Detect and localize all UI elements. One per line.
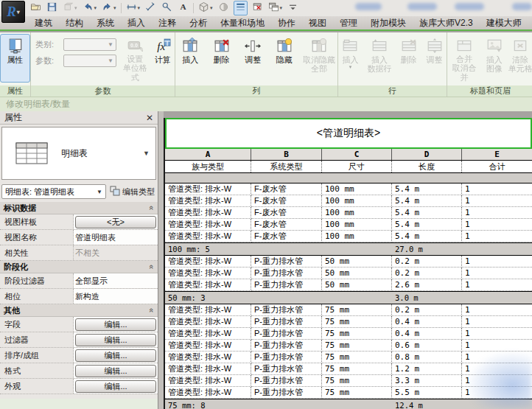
ribbon-tab[interactable]: 分析 (183, 16, 214, 29)
ribbon-tab[interactable]: 族库大师V2.3 (413, 16, 480, 29)
schedule-cell[interactable]: F-废水管 (251, 195, 322, 207)
property-value[interactable]: 全部显示 (74, 273, 158, 288)
ribbon-tab[interactable]: 插入 (121, 16, 152, 29)
chevron-down-icon[interactable]: ▼ (97, 189, 102, 195)
schedule-cell[interactable]: 100 mm (322, 183, 392, 195)
schedule-cell[interactable]: 5.4 m (392, 207, 462, 219)
schedule-cell[interactable]: F-废水管 (251, 207, 322, 219)
redo-button[interactable]: ▾ (101, 1, 117, 15)
properties-section-header[interactable]: 阶段化« (0, 261, 158, 273)
property-value[interactable]: 编辑... (74, 332, 158, 347)
close-hidden-windows-button[interactable] (251, 1, 264, 15)
schedule-cell[interactable]: 管道类型: 排水-W (165, 183, 251, 195)
property-button[interactable]: <无> (75, 216, 156, 228)
ribbon-button-col-delete[interactable]: 删除 (206, 34, 236, 83)
schedule-cell[interactable]: 管道类型: 排水-W (165, 231, 251, 242)
schedule-cell[interactable]: F-废水管 (251, 183, 322, 195)
text-button[interactable]: A (177, 1, 189, 15)
property-value[interactable]: 编辑... (74, 317, 158, 332)
chevron-down-icon[interactable]: ▾ (94, 5, 97, 11)
save-button[interactable] (46, 1, 58, 15)
schedule-cell[interactable]: 5.4 m (392, 183, 462, 195)
chevron-down-icon[interactable]: ▾ (74, 5, 77, 11)
thin-lines-button[interactable] (234, 1, 248, 15)
property-value[interactable]: 新构造 (74, 289, 158, 304)
ribbon-button-fx[interactable]: fx计算 (151, 34, 175, 83)
property-value[interactable]: 管道明细表 (74, 230, 158, 245)
schedule-cell[interactable]: 1 (462, 279, 532, 291)
ribbon-tab[interactable]: 结构 (59, 16, 90, 29)
schedule-cell[interactable]: 0.6 m (392, 340, 462, 352)
schedule-cell[interactable]: P-重力排水管 (251, 340, 322, 352)
collapse-chevron-icon[interactable]: « (147, 265, 156, 269)
schedule-cell[interactable]: 管道类型: 排水-W (165, 268, 251, 279)
schedule-cell[interactable]: 100 mm (322, 219, 392, 231)
type-selector[interactable]: 明细表 ▼ (1, 127, 156, 180)
schedule-cell[interactable]: 管道类型: 排水-W (165, 316, 251, 328)
measure-button[interactable]: ▾ (125, 1, 141, 15)
property-value[interactable]: 编辑... (74, 363, 158, 378)
schedule-cell[interactable]: 75 mm (322, 375, 392, 387)
schedule-cell[interactable]: 0.8 m (392, 352, 462, 363)
schedule-cell[interactable]: 1 (462, 316, 532, 328)
schedule-cell[interactable]: 1 (462, 256, 532, 268)
schedule-cell[interactable]: 管道类型: 排水-W (165, 195, 251, 207)
schedule-cell[interactable]: 50 mm (322, 279, 392, 291)
schedule-cell[interactable]: 管道类型: 排水-W (165, 352, 251, 363)
schedule-cell[interactable]: P-重力排水管 (251, 279, 322, 291)
schedule-cell[interactable]: 5.4 m (392, 231, 462, 242)
schedule-cell[interactable]: 管道类型: 排水-W (165, 328, 251, 340)
ribbon-tab[interactable]: 体量和场地 (214, 16, 271, 29)
schedule-cell[interactable]: F-废水管 (251, 219, 322, 231)
schedule-cell[interactable]: P-重力排水管 (251, 352, 322, 363)
column-letter[interactable]: B (251, 149, 322, 160)
schedule-cell[interactable]: 1 (462, 183, 532, 195)
ribbon-tab[interactable]: 协作 (271, 16, 302, 29)
schedule-cell[interactable]: 1 (462, 231, 532, 242)
properties-section-header[interactable]: 标识数据« (0, 202, 158, 214)
schedule-cell[interactable]: 0.4 m (392, 328, 462, 340)
column-letter[interactable]: C (322, 149, 392, 160)
column-header[interactable]: 系统类型 (251, 161, 322, 172)
schedule-cell[interactable]: 3.3 m (392, 375, 462, 387)
column-header[interactable]: 尺寸 (322, 161, 392, 172)
default-3d-view-button[interactable]: ▾ (197, 1, 214, 15)
schedule-cell[interactable]: 75 mm (322, 316, 392, 328)
schedule-cell[interactable]: P-重力排水管 (251, 316, 322, 328)
schedule-cell[interactable]: 0.2 m (392, 304, 462, 316)
property-value[interactable]: 编辑... (74, 379, 158, 394)
property-button[interactable]: 编辑... (75, 349, 156, 362)
property-button[interactable]: 编辑... (75, 380, 156, 393)
collapse-chevron-icon[interactable]: « (147, 206, 156, 210)
schedule-cell[interactable]: 1 (462, 268, 532, 279)
schedule-cell[interactable]: 管道类型: 排水-W (165, 219, 251, 231)
chevron-down-icon[interactable]: ▾ (138, 5, 141, 11)
schedule-cell[interactable]: 管道类型: 排水-W (165, 279, 251, 291)
properties-palette-header[interactable]: 属性 ✕ (0, 111, 158, 125)
schedule-cell[interactable]: P-重力排水管 (251, 304, 322, 316)
column-letter[interactable]: D (392, 149, 462, 160)
schedule-cell[interactable]: 0.2 m (392, 268, 462, 279)
chevron-down-icon[interactable]: ▾ (113, 5, 116, 11)
aligned-dimension-button[interactable] (144, 1, 157, 15)
schedule-cell[interactable]: 5.5 m (392, 387, 462, 399)
chevron-down-icon[interactable]: ▾ (210, 5, 213, 11)
schedule-cell[interactable]: 1 (462, 328, 532, 340)
chevron-down-icon[interactable]: ▾ (280, 5, 283, 11)
schedule-cell[interactable]: 2.6 m (392, 279, 462, 291)
schedule-cell[interactable]: 管道类型: 排水-W (165, 256, 251, 268)
schedule-title-cell[interactable]: <管道明细表> (165, 118, 532, 149)
schedule-cell[interactable]: 1 (462, 219, 532, 231)
property-button[interactable]: 编辑... (75, 365, 156, 377)
ribbon-tab[interactable]: 附加模块 (364, 16, 413, 29)
schedule-cell[interactable]: 75 mm (322, 352, 392, 363)
schedule-cell[interactable]: 0.4 m (392, 316, 462, 328)
customize-qat-button[interactable] (287, 1, 299, 15)
schedule-cell[interactable]: 管道类型: 排水-W (165, 304, 251, 316)
ribbon-tab[interactable]: 视图 (302, 16, 333, 29)
schedule-cell[interactable]: 100 mm (322, 195, 392, 207)
schedule-cell[interactable]: F-废水管 (251, 231, 322, 242)
ribbon-tab[interactable]: 建筑 (28, 16, 59, 29)
property-button[interactable]: 编辑... (75, 334, 156, 346)
schedule-cell[interactable]: P-重力排水管 (251, 328, 322, 340)
